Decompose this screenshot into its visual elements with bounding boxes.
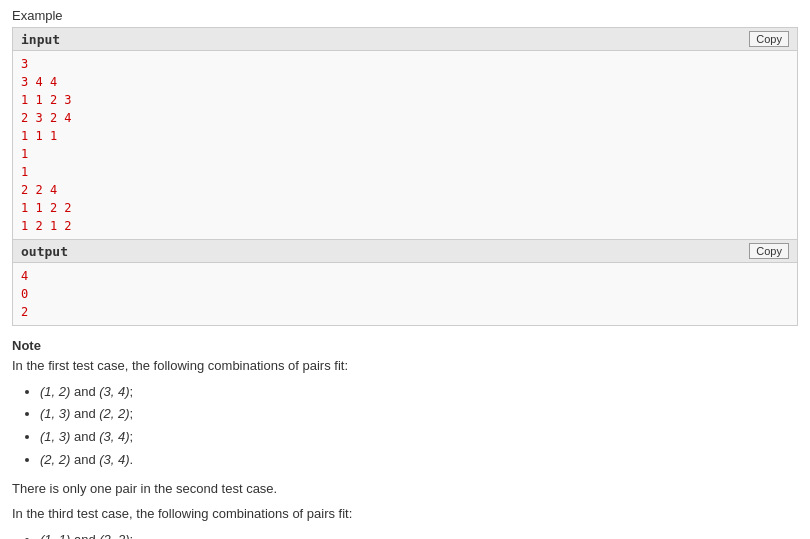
output-line: 2 bbox=[21, 303, 789, 321]
note-bullets2: (1, 1) and (2, 2);(1, 2) and (2, 1). bbox=[12, 530, 798, 539]
input-content: 33 4 41 1 2 32 3 2 41 1 1112 2 41 1 2 21… bbox=[13, 51, 797, 239]
output-line: 0 bbox=[21, 285, 789, 303]
list-item: (1, 2) and (3, 4); bbox=[40, 382, 798, 403]
input-line: 1 1 2 2 bbox=[21, 199, 789, 217]
output-block: output Copy 402 bbox=[13, 240, 797, 325]
input-line: 3 4 4 bbox=[21, 73, 789, 91]
output-line: 4 bbox=[21, 267, 789, 285]
list-item: (1, 1) and (2, 2); bbox=[40, 530, 798, 539]
input-line: 1 bbox=[21, 163, 789, 181]
input-line: 1 1 1 bbox=[21, 127, 789, 145]
input-line: 2 3 2 4 bbox=[21, 109, 789, 127]
input-line: 1 bbox=[21, 145, 789, 163]
output-label: output bbox=[21, 244, 68, 259]
note-paragraph2: There is only one pair in the second tes… bbox=[12, 479, 798, 499]
input-header: input Copy bbox=[13, 28, 797, 51]
input-line: 2 2 4 bbox=[21, 181, 789, 199]
input-line: 1 1 2 3 bbox=[21, 91, 789, 109]
note-paragraph1: In the first test case, the following co… bbox=[12, 356, 798, 376]
output-copy-button[interactable]: Copy bbox=[749, 243, 789, 259]
input-line: 1 2 1 2 bbox=[21, 217, 789, 235]
note-paragraph3: In the third test case, the following co… bbox=[12, 504, 798, 524]
example-block: input Copy 33 4 41 1 2 32 3 2 41 1 1112 … bbox=[12, 27, 798, 326]
list-item: (1, 3) and (3, 4); bbox=[40, 427, 798, 448]
section-title: Example bbox=[12, 8, 798, 23]
input-line: 3 bbox=[21, 55, 789, 73]
input-copy-button[interactable]: Copy bbox=[749, 31, 789, 47]
list-item: (2, 2) and (3, 4). bbox=[40, 450, 798, 471]
note-bullets1: (1, 2) and (3, 4);(1, 3) and (2, 2);(1, … bbox=[12, 382, 798, 471]
input-label: input bbox=[21, 32, 60, 47]
output-header: output Copy bbox=[13, 240, 797, 263]
page-wrapper: Example input Copy 33 4 41 1 2 32 3 2 41… bbox=[12, 8, 798, 539]
list-item: (1, 3) and (2, 2); bbox=[40, 404, 798, 425]
note-title: Note bbox=[12, 338, 798, 353]
input-block: input Copy 33 4 41 1 2 32 3 2 41 1 1112 … bbox=[13, 28, 797, 240]
note-section: Note In the first test case, the followi… bbox=[12, 338, 798, 539]
output-content: 402 bbox=[13, 263, 797, 325]
